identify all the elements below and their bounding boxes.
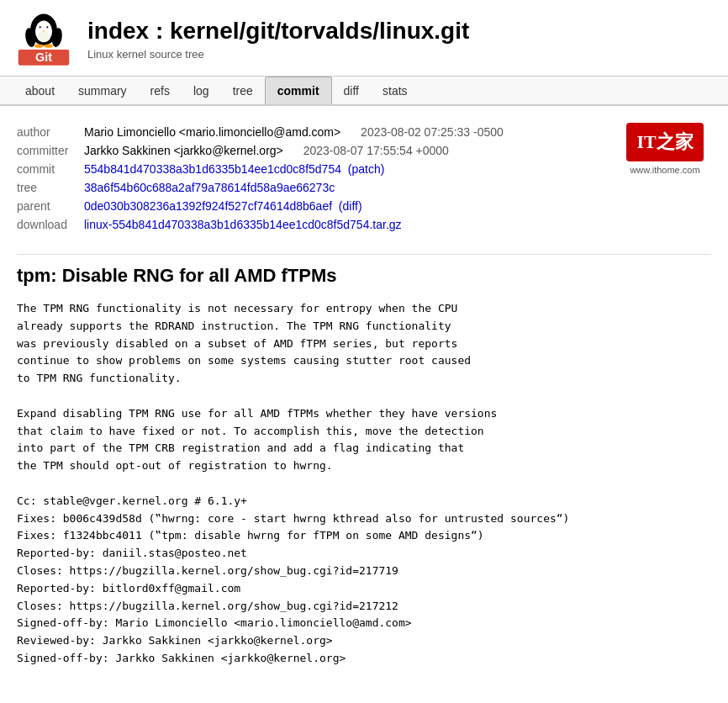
author-value: Mario Limonciello <mario.limonciello@amd… — [84, 123, 514, 141]
tree-hash-link[interactable]: 38a6f54b60c688a2af79a78614fd58a9ae66273c — [84, 181, 335, 194]
page-title: index : kernel/git/torvalds/linux.git — [87, 18, 469, 45]
parent-value: 0de030b308236a1392f924f527cf74614d8b6aef… — [84, 197, 514, 215]
parent-row: parent 0de030b308236a1392f924f527cf74614… — [17, 197, 514, 215]
commit-hash-link[interactable]: 554b841d470338a3b1d6335b14ee1cd0c8f5d754 — [84, 162, 341, 176]
parent-diff-link[interactable]: (diff) — [339, 199, 362, 213]
svg-point-7 — [38, 31, 50, 41]
main-content: IT之家 www.ithome.com author Mario Limonci… — [0, 106, 728, 684]
tree-value: 38a6f54b60c688a2af79a78614fd58a9ae66273c — [84, 178, 514, 197]
author-row: author Mario Limonciello <mario.limoncie… — [17, 123, 514, 141]
commit-metadata: author Mario Limonciello <mario.limoncie… — [17, 123, 514, 234]
download-row: download linux-554b841d470338a3b1d6335b1… — [17, 215, 514, 234]
committer-row: committer Jarkko Sakkinen <jarkko@kernel… — [17, 141, 514, 160]
download-value: linux-554b841d470338a3b1d6335b14ee1cd0c8… — [84, 215, 514, 234]
committer-value: Jarkko Sakkinen <jarkko@kernel.org> 2023… — [84, 141, 514, 160]
tree-row: tree 38a6f54b60c688a2af79a78614fd58a9ae6… — [17, 178, 514, 197]
svg-point-8 — [34, 44, 43, 47]
logo-area: Git — [13, 8, 74, 69]
divider — [17, 254, 711, 255]
it-logo-watermark: IT之家 www.ithome.com — [619, 123, 711, 175]
navigation: about summary refs log tree commit diff … — [0, 77, 728, 106]
tree-label: tree — [17, 178, 84, 197]
header-text: index : kernel/git/torvalds/linux.git Li… — [87, 18, 469, 61]
committer-label: committer — [17, 141, 84, 160]
download-label: download — [17, 215, 84, 234]
page-subtitle: Linux kernel source tree — [87, 48, 469, 61]
nav-log[interactable]: log — [182, 77, 221, 104]
svg-point-5 — [46, 26, 48, 28]
page-header: Git index : kernel/git/torvalds/linux.gi… — [0, 0, 728, 77]
svg-point-4 — [40, 26, 41, 28]
nav-about[interactable]: about — [13, 77, 66, 104]
nav-refs[interactable]: refs — [139, 77, 182, 104]
parent-label: parent — [17, 197, 84, 215]
commit-label: commit — [17, 160, 84, 178]
it-site: www.ithome.com — [619, 165, 711, 175]
svg-text:Git: Git — [35, 50, 52, 64]
commit-row: commit 554b841d470338a3b1d6335b14ee1cd0c… — [17, 160, 514, 178]
git-logo: Git — [13, 8, 74, 69]
nav-diff[interactable]: diff — [332, 77, 371, 104]
nav-stats[interactable]: stats — [371, 77, 419, 104]
commit-value: 554b841d470338a3b1d6335b14ee1cd0c8f5d754… — [84, 160, 514, 178]
nav-summary[interactable]: summary — [66, 77, 139, 104]
commit-title: tpm: Disable RNG for all AMD fTPMs — [17, 265, 711, 287]
svg-point-9 — [45, 44, 53, 47]
nav-commit[interactable]: commit — [265, 77, 332, 104]
parent-hash-link[interactable]: 0de030b308236a1392f924f527cf74614d8b6aef — [84, 199, 332, 213]
commit-message: The TPM RNG functionality is not necessa… — [17, 300, 639, 668]
author-label: author — [17, 123, 84, 141]
nav-tree[interactable]: tree — [221, 77, 265, 104]
download-link[interactable]: linux-554b841d470338a3b1d6335b14ee1cd0c8… — [84, 218, 402, 231]
it-brand: IT之家 — [626, 123, 703, 161]
commit-patch-link[interactable]: (patch) — [348, 162, 385, 176]
